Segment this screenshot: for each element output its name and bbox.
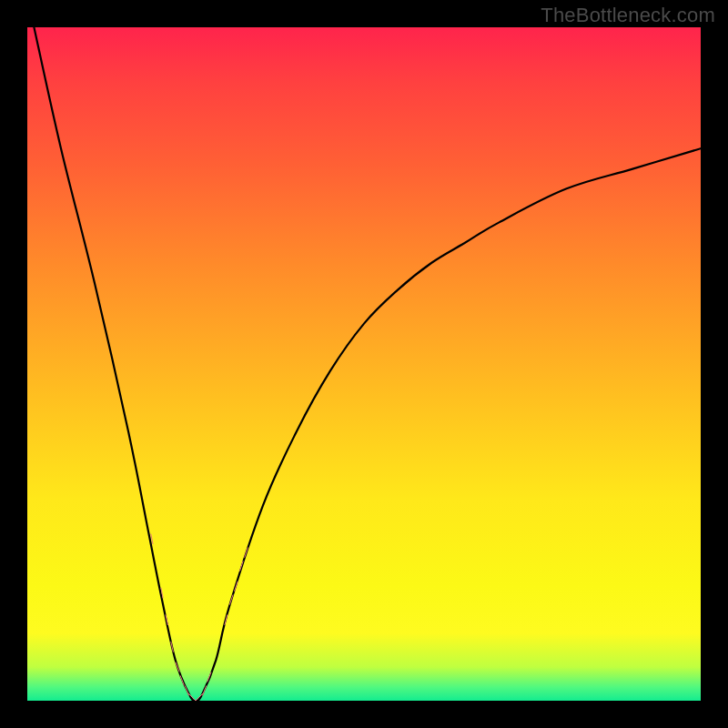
bottleneck-curve [34,27,701,701]
chart-frame: TheBottleneck.com [0,0,728,728]
watermark-text: TheBottleneck.com [541,4,715,27]
plot-area [27,27,701,701]
chart-svg [27,27,701,701]
